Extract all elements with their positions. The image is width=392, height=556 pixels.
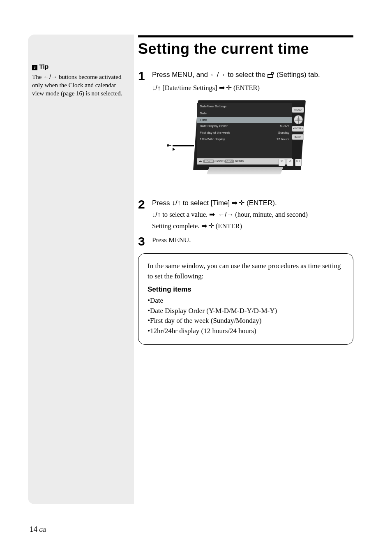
step-number: 1 [138,70,152,82]
page-footer: 14 GB [30,525,46,534]
row-label: First day of the week [200,130,230,135]
status-back-pill: BACK [224,160,234,163]
steps-list: 1 Press MENU, and ←/→ to select the (Set… [138,70,360,252]
step-number: 2 [138,198,152,211]
row-value: 12 hours [277,137,289,142]
xd-slot: xD [287,159,293,166]
step1-text-pre: Press MENU, and [152,71,210,79]
page-number: 14 [30,525,37,533]
screen-status-bar: ◂▸ ENTER Select BACK Return [197,158,292,164]
back-button: BACK [292,134,304,140]
step-body: Press MENU, and ←/→ to select the (Setti… [152,70,360,194]
svg-rect-1 [268,75,272,77]
step-1: 1 Press MENU, and ←/→ to select the (Set… [138,70,360,194]
device-side-buttons: MENU • ENTER • BACK [292,107,305,143]
down-up-arrows-icon: ↓/↑ [172,199,181,207]
left-right-arrows-icon: ←/→ [43,73,57,80]
tip-heading: z Tip [32,63,129,71]
step-body: Press ↓/↑ to select [Time] ➡ ✛ (ENTER). … [152,198,360,231]
list-item: 12hr/24hr display (12 hours/24 hours) [148,326,344,336]
info-box: In the same window, you can use the same… [138,253,353,345]
enter-icon: ✛ [226,84,232,91]
step1-sub: ↓/↑ [Date/time Settings] ➡ ✛ (ENTER) [152,83,360,93]
svg-rect-3 [272,73,273,74]
row-value: Sunday [278,130,289,135]
info-subheading: Setting items [148,285,344,295]
dpad-button [294,115,303,124]
section-rule [138,35,353,37]
manual-page: Setting the current time z Tip The ←/→ b… [0,0,392,556]
step2-text-mid: to select [Time] [181,199,232,207]
arrow-right-icon: ➡ [201,222,207,229]
step2-sub2: Setting complete. ➡ ✛ (ENTER) [152,221,360,231]
usb-icon: ⇤ [167,141,194,150]
row-label: Date Display Order [200,124,228,129]
enter-icon: ✛ [239,199,244,207]
list-item: First day of the week (Sunday/Monday) [148,316,344,326]
status-select: Select [215,160,223,162]
screen-row: 12hr/24hr display12 hours [197,136,292,143]
screen-row: Date [197,110,292,117]
row-value: M-D-Y [280,124,289,129]
list-item: Date Display Order (Y-M-D/M-D-Y/D-M-Y) [148,306,344,316]
step2-enter: (ENTER). [244,199,277,207]
step-number: 3 [138,235,152,248]
step2-text-pre: Press [152,199,172,207]
page-region: GB [39,527,46,533]
status-return: Return [235,160,244,162]
step1-text-post: (Settings) tab. [277,71,320,79]
info-list: Date Date Display Order (Y-M-D/M-D-Y/D-M… [148,296,344,336]
enter-icon: ✛ [208,222,214,229]
step2-sub1-mid: to select a value. [161,211,209,218]
down-up-arrows-icon: ↓/↑ [152,84,161,91]
status-enter-pill: ENTER [203,160,214,163]
screen-row-selected: Time [197,117,292,123]
sd-slot: SD [279,159,285,166]
arrow-right-icon: ➡ [232,199,237,207]
page-title: Setting the current time [138,40,309,58]
card-slots: SD xD M.S. [279,159,302,166]
list-item: Date [148,296,344,306]
down-up-arrows-icon: ↓/↑ [152,211,161,218]
info-intro: In the same window, you can use the same… [148,261,344,281]
tip-icon: z [32,65,37,70]
menu-button: MENU [292,107,304,113]
step2-sub2-enter: (ENTER) [214,222,242,230]
arrow-right-icon: ➡ [209,211,214,218]
screen-header: Date/time Settings [197,103,292,111]
step2-sub1-post: (hour, minute, and second) [233,211,308,218]
nav-arrows-icon: ◂▸ [199,160,202,162]
row-label: Time [200,118,207,123]
step1-sub-enter: (ENTER) [232,84,260,92]
device-illustration: Date/time Settings Date Time Date Displa… [167,100,298,186]
screen-row: Date Display OrderM-D-Y [197,123,292,130]
step1-text-mid: to select the [226,71,267,79]
enter-button: • ENTER • [292,126,304,131]
step-2: 2 Press ↓/↑ to select [Time] ➡ ✛ (ENTER)… [138,198,360,231]
step2-sub2-pre: Setting complete. [152,222,201,230]
screen-row: First day of the weekSunday [197,130,292,136]
row-label: 12hr/24hr display [200,137,225,142]
device-screen: Date/time Settings Date Time Date Displa… [197,103,292,164]
tip-label: Tip [39,63,48,70]
left-right-arrows-icon: ←/→ [218,211,234,218]
step1-sub-item: [Date/time Settings] [161,84,219,92]
arrow-right-icon: ➡ [219,84,224,91]
settings-icon [267,71,275,81]
device-stand [207,167,284,174]
row-label: Date [200,111,207,116]
tip-text-pre: The [32,74,43,80]
step-3: 3 Press MENU. [138,235,360,248]
tip-block: z Tip The ←/→ buttons become activated o… [32,63,129,98]
ms-slot: M.S. [295,159,302,166]
left-right-arrows-icon: ←/→ [210,71,226,79]
sidebar-shade [28,35,134,504]
tip-body: The ←/→ buttons become activated only wh… [32,73,129,98]
step-body: Press MENU. [152,235,360,246]
step2-sub1: ↓/↑ to select a value. ➡ ←/→ (hour, minu… [152,210,360,220]
